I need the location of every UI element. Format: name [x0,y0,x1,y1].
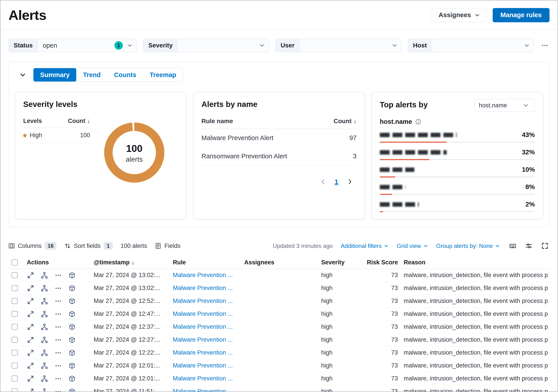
investigate-in-timeline-button[interactable] [69,362,75,369]
alert-rule-link[interactable]: Malware Prevention ... [170,272,242,279]
timestamp-column-header[interactable]: @timestamp↓ [91,259,170,266]
filter-user[interactable]: User [275,39,401,52]
collapse-charts-button[interactable] [18,71,27,79]
row-checkbox[interactable] [12,285,17,291]
alert-rule-link[interactable]: Malware Prevention ... [170,323,242,330]
additional-filters-button[interactable]: Additional filters [341,242,389,250]
investigate-in-timeline-button[interactable] [69,324,75,330]
investigate-in-timeline-button[interactable] [69,272,75,279]
alert-reason[interactable]: malware, intrusion_detection, file event… [401,362,549,369]
analyze-event-button[interactable] [41,272,48,279]
row-checkbox[interactable] [12,350,17,356]
expand-alert-button[interactable] [27,337,34,343]
risk-score-column-header[interactable]: Risk Score [364,259,401,266]
expand-alert-button[interactable] [27,350,34,356]
display-options-button[interactable] [524,241,533,250]
top-alerts-item[interactable]: 43% [380,125,535,143]
expand-alert-button[interactable] [27,311,34,317]
expand-alert-button[interactable] [27,285,34,292]
alert-reason[interactable]: malware, intrusion_detection, file event… [401,298,549,304]
more-actions-button[interactable] [55,375,61,382]
row-checkbox[interactable] [12,388,17,392]
count-column-header[interactable]: Count↓ [68,117,90,125]
alert-reason[interactable]: malware, intrusion_detection, file event… [401,272,549,279]
tab-summary[interactable]: Summary [34,68,76,82]
tab-treemap[interactable]: Treemap [143,68,183,82]
row-checkbox[interactable] [12,324,17,330]
alert-reason[interactable]: malware, intrusion_detection, file event… [401,285,549,292]
row-checkbox[interactable] [12,375,17,382]
more-actions-button[interactable] [55,324,61,330]
previous-page-button[interactable] [319,178,326,185]
alert-rule-link[interactable]: Malware Prevention ... [170,298,242,304]
row-checkbox[interactable] [12,311,17,317]
expand-alert-button[interactable] [27,272,34,279]
expand-alert-button[interactable] [27,324,34,330]
investigate-in-timeline-button[interactable] [69,311,75,317]
more-actions-button[interactable] [55,272,61,279]
alert-rule-link[interactable]: Malware Prevention ... [170,349,242,356]
more-actions-button[interactable] [55,311,61,317]
top-alerts-item[interactable]: 2% [380,195,535,212]
alert-rule-link[interactable]: Malware Prevention ... [170,285,242,292]
next-page-button[interactable] [346,178,354,185]
more-actions-button[interactable] [55,388,61,392]
more-actions-button[interactable] [55,337,61,343]
investigate-in-timeline-button[interactable] [69,350,75,356]
fullscreen-button[interactable] [540,241,549,250]
analyze-event-button[interactable] [41,298,48,304]
analyze-event-button[interactable] [41,324,48,330]
analyze-event-button[interactable] [41,337,48,343]
select-all-checkbox[interactable] [12,259,17,266]
expand-alert-button[interactable] [27,388,34,392]
row-checkbox[interactable] [12,298,17,304]
fields-button[interactable]: Fields [155,242,180,250]
more-filters-button[interactable] [540,41,549,50]
expand-alert-button[interactable] [27,375,34,382]
alert-reason[interactable]: malware, intrusion_detection, file event… [401,375,549,382]
alert-rule-link[interactable]: Malware Prevention ... [170,310,242,317]
filter-severity[interactable]: Severity [143,39,269,52]
row-checkbox[interactable] [12,337,17,343]
rule-name[interactable]: Ransomware Prevention Alert [201,153,287,160]
alert-rule-link[interactable]: Malware Prevention ... [170,336,242,343]
severity-column-header[interactable]: Severity [318,259,364,266]
row-checkbox[interactable] [12,363,17,369]
analyze-event-button[interactable] [41,388,48,392]
alert-reason[interactable]: malware, intrusion_detection, file event… [401,349,549,356]
investigate-in-timeline-button[interactable] [69,375,75,382]
expand-alert-button[interactable] [27,362,34,369]
grid-view-button[interactable]: Grid view [397,242,428,250]
assignees-column-header[interactable]: Assignees [242,259,318,266]
top-alerts-item[interactable]: 8% [380,177,535,195]
investigate-in-timeline-button[interactable] [69,298,75,304]
analyze-event-button[interactable] [41,311,48,317]
count-column-header[interactable]: Count↓ [334,117,357,125]
analyze-event-button[interactable] [41,285,48,292]
rule-name[interactable]: Malware Prevention Alert [201,134,273,142]
keyboard-shortcuts-button[interactable] [508,241,517,250]
row-checkbox[interactable] [12,272,17,278]
expand-alert-button[interactable] [27,298,34,304]
analyze-event-button[interactable] [41,350,48,356]
alert-reason[interactable]: malware, intrusion_detection, file event… [401,310,549,317]
columns-button[interactable]: Columns 16 [9,242,56,250]
more-actions-button[interactable] [55,362,61,369]
filter-host[interactable]: Host [408,39,534,52]
more-actions-button[interactable] [55,298,61,304]
top-alerts-item[interactable]: 10% [380,160,535,177]
info-icon[interactable] [415,119,421,125]
alert-rule-link[interactable]: Malware Prevention ... [170,375,242,382]
reason-column-header[interactable]: Reason [401,259,549,266]
sort-fields-button[interactable]: Sort fields 1 [64,242,113,250]
analyze-event-button[interactable] [41,375,48,382]
tab-counts[interactable]: Counts [107,68,143,82]
more-actions-button[interactable] [55,285,61,292]
manage-rules-button[interactable]: Manage rules [493,8,549,22]
investigate-in-timeline-button[interactable] [69,285,75,292]
assignees-button[interactable]: Assignees [432,8,487,22]
investigate-in-timeline-button[interactable] [69,337,75,343]
investigate-in-timeline-button[interactable] [69,388,75,392]
alert-reason[interactable]: malware, intrusion_detection, file event… [401,323,549,330]
top-alerts-item[interactable]: 32% [380,143,535,160]
